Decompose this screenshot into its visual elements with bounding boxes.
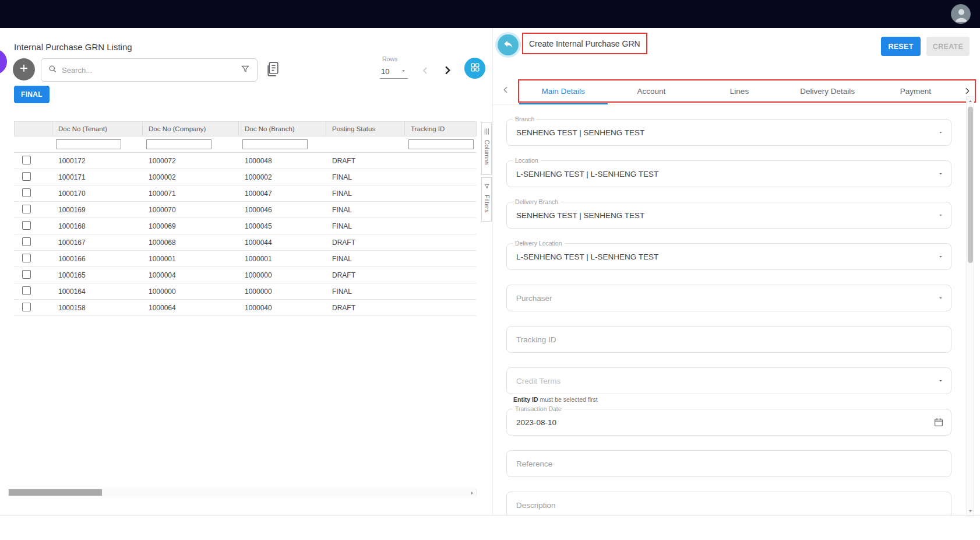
search-icon <box>48 65 57 76</box>
tab-payment[interactable]: Payment <box>872 87 960 96</box>
table-row[interactable]: 100016410000001000000FINAL <box>14 283 477 300</box>
dropdown-caret-icon[interactable] <box>937 129 944 136</box>
table-row[interactable]: 100017210000721000048DRAFT <box>14 153 477 169</box>
create-button: CREATE <box>926 37 970 56</box>
page-title: Internal Purchase GRN Listing <box>14 42 132 52</box>
row-checkbox[interactable] <box>22 270 31 279</box>
table-row[interactable]: 100016510000041000000DRAFT <box>14 267 477 283</box>
table-cell: 1000001 <box>239 255 326 263</box>
rows-per-page-select[interactable]: 10 <box>380 65 408 79</box>
table-cell: 1000071 <box>143 190 239 198</box>
field-delivery-branch[interactable]: Delivery BranchSENHENG TEST | SENHENG TE… <box>506 202 951 229</box>
filter-funnel-icon[interactable] <box>241 64 250 76</box>
table-row[interactable]: 100016810000691000045FINAL <box>14 218 477 234</box>
panel-title: Create Internal Purchase GRN <box>529 39 640 48</box>
column-header-2[interactable]: Doc No (Branch) <box>239 121 326 136</box>
field-credit-terms[interactable]: Credit Terms <box>506 367 951 394</box>
scroll-up-arrow-icon[interactable] <box>967 97 974 104</box>
filter-cell-0 <box>52 139 143 149</box>
field-delivery-location[interactable]: Delivery LocationL-SENHENG TEST | L-SENH… <box>506 243 951 270</box>
tab-delivery-details[interactable]: Delivery Details <box>784 87 872 96</box>
annotation-box-tabs: Main DetailsAccountLinesDelivery Details… <box>518 79 976 103</box>
table-row[interactable]: 100016910000701000046FINAL <box>14 202 477 218</box>
field-tracking-id[interactable]: Tracking ID <box>506 326 951 353</box>
dropdown-caret-icon[interactable] <box>937 171 944 177</box>
back-button[interactable] <box>498 34 519 55</box>
field-wrap-tracking-id: Tracking ID <box>506 326 951 353</box>
filters-side-tab[interactable]: Filters <box>481 177 492 222</box>
calendar-icon[interactable] <box>933 417 944 427</box>
table-row[interactable]: 100016610000011000001FINAL <box>14 251 477 267</box>
tab-account[interactable]: Account <box>607 87 695 96</box>
row-checkbox[interactable] <box>22 188 31 197</box>
column-filter-input-1[interactable] <box>146 139 211 149</box>
tab-divider-line <box>493 104 965 105</box>
field-location[interactable]: LocationL-SENHENG TEST | L-SENHENG TEST <box>506 160 951 187</box>
table-row[interactable]: 100017110000021000002FINAL <box>14 169 477 185</box>
field-label-location: Location <box>513 157 541 164</box>
row-checkbox[interactable] <box>22 303 31 311</box>
add-button[interactable] <box>13 58 35 80</box>
dropdown-caret-icon[interactable] <box>937 378 944 384</box>
filter-cell-1 <box>143 139 239 149</box>
table-row[interactable]: 100016710000681000044DRAFT <box>14 234 477 251</box>
scroll-right-arrow-icon[interactable] <box>469 490 475 496</box>
table-cell: 1000164 <box>52 287 143 296</box>
report-copy-icon[interactable] <box>266 61 280 79</box>
table-cell: FINAL <box>326 190 405 198</box>
row-checkbox[interactable] <box>22 172 31 181</box>
table-cell: 1000069 <box>143 222 239 230</box>
reset-button[interactable]: RESET <box>881 37 921 56</box>
annotation-box-title: Create Internal Purchase GRN <box>522 33 647 54</box>
vertical-scrollbar[interactable] <box>966 96 974 516</box>
vertical-scrollbar-thumb[interactable] <box>968 107 973 263</box>
field-label-branch: Branch <box>513 115 537 122</box>
row-checkbox[interactable] <box>22 205 31 213</box>
tab-main-details[interactable]: Main Details <box>519 87 607 96</box>
scroll-down-arrow-icon[interactable] <box>967 507 974 514</box>
row-checkbox-cell <box>14 270 52 280</box>
field-description[interactable]: Description <box>506 492 951 516</box>
next-page-button[interactable] <box>440 64 454 79</box>
dropdown-caret-icon[interactable] <box>937 295 944 301</box>
table-cell: 1000172 <box>52 157 143 165</box>
column-header-0[interactable]: Doc No (Tenant) <box>52 121 143 136</box>
field-branch[interactable]: BranchSENHENG TEST | SENHENG TEST <box>506 119 951 146</box>
field-reference[interactable]: Reference <box>506 450 951 477</box>
row-checkbox[interactable] <box>22 156 31 164</box>
user-avatar[interactable] <box>951 4 971 24</box>
table-cell: 1000004 <box>143 271 239 279</box>
horizontal-scrollbar[interactable] <box>8 489 477 496</box>
dropdown-caret-icon[interactable] <box>937 212 944 219</box>
columns-side-tab[interactable]: Columns <box>481 122 492 175</box>
reply-arrow-icon <box>503 38 514 52</box>
grid-view-button[interactable] <box>464 58 485 79</box>
tabs-scroll-left-icon[interactable] <box>501 85 510 97</box>
search-input[interactable] <box>62 66 236 75</box>
previous-page-button[interactable] <box>420 65 431 79</box>
tabs-scroll-right-icon[interactable] <box>960 86 975 96</box>
row-checkbox[interactable] <box>22 237 31 246</box>
dropdown-caret-icon[interactable] <box>937 254 944 260</box>
table-cell: 1000165 <box>52 271 143 279</box>
row-checkbox[interactable] <box>22 286 31 295</box>
table-header-row: Doc No (Tenant)Doc No (Company)Doc No (B… <box>14 121 477 136</box>
search-box[interactable] <box>41 58 258 82</box>
table-row[interactable]: 100015810000641000040DRAFT <box>14 300 477 316</box>
column-header-1[interactable]: Doc No (Company) <box>143 121 239 136</box>
field-wrap-credit-terms: Credit TermsEntity ID must be selected f… <box>506 367 951 404</box>
table-row[interactable]: 100017010000711000047FINAL <box>14 185 477 202</box>
field-purchaser[interactable]: Purchaser <box>506 285 951 311</box>
column-filter-input-2[interactable] <box>242 139 308 149</box>
field-transaction-date[interactable]: Transaction Date2023-08-10 <box>506 409 951 436</box>
final-filter-button[interactable]: FINAL <box>14 86 50 103</box>
tab-lines[interactable]: Lines <box>695 87 783 96</box>
row-checkbox[interactable] <box>22 221 31 230</box>
column-header-3[interactable]: Posting Status <box>326 121 405 136</box>
horizontal-scrollbar-thumb[interactable] <box>9 489 102 496</box>
row-checkbox[interactable] <box>22 254 31 262</box>
column-filter-input-0[interactable] <box>56 139 121 149</box>
column-header-4[interactable]: Tracking ID <box>405 121 477 136</box>
field-wrap-delivery-branch: Delivery BranchSENHENG TEST | SENHENG TE… <box>506 202 951 229</box>
column-filter-input-4[interactable] <box>408 139 474 149</box>
